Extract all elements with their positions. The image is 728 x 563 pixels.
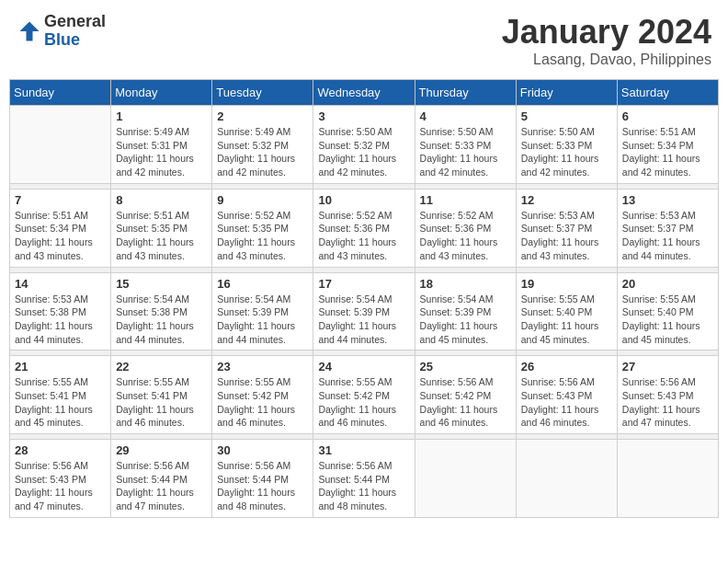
day-info: Sunrise: 5:51 AMSunset: 5:34 PMDaylight:… xyxy=(622,125,713,179)
day-info: Sunrise: 5:56 AMSunset: 5:44 PMDaylight:… xyxy=(217,459,308,513)
day-number: 18 xyxy=(420,277,511,291)
day-info: Sunrise: 5:54 AMSunset: 5:38 PMDaylight:… xyxy=(116,293,207,347)
day-number: 13 xyxy=(622,193,713,207)
day-number: 7 xyxy=(15,193,106,207)
header-friday: Friday xyxy=(516,80,617,106)
table-row: 9 Sunrise: 5:52 AMSunset: 5:35 PMDayligh… xyxy=(212,189,313,267)
day-number: 22 xyxy=(116,360,207,373)
day-number: 24 xyxy=(318,360,409,373)
location: Lasang, Davao, Philippines xyxy=(502,52,711,68)
day-info: Sunrise: 5:53 AMSunset: 5:37 PMDaylight:… xyxy=(622,209,713,263)
header-monday: Monday xyxy=(111,80,212,106)
day-number: 15 xyxy=(116,277,207,291)
table-row: 6 Sunrise: 5:51 AMSunset: 5:34 PMDayligh… xyxy=(617,106,718,184)
day-number: 14 xyxy=(15,277,106,291)
calendar-week-row: 21 Sunrise: 5:55 AMSunset: 5:41 PMDaylig… xyxy=(10,356,719,434)
table-row: 16 Sunrise: 5:54 AMSunset: 5:39 PMDaylig… xyxy=(212,272,313,350)
day-number: 11 xyxy=(420,193,511,207)
day-info: Sunrise: 5:52 AMSunset: 5:35 PMDaylight:… xyxy=(217,209,308,263)
day-number: 19 xyxy=(521,277,612,291)
header-saturday: Saturday xyxy=(617,80,718,106)
day-number: 30 xyxy=(217,443,308,457)
day-number: 17 xyxy=(318,277,409,291)
day-info: Sunrise: 5:54 AMSunset: 5:39 PMDaylight:… xyxy=(318,293,409,347)
header-sunday: Sunday xyxy=(10,80,111,106)
calendar-week-row: 28 Sunrise: 5:56 AMSunset: 5:43 PMDaylig… xyxy=(10,440,719,518)
header: General Blue January 2024 Lasang, Davao,… xyxy=(9,9,719,72)
table-row: 31 Sunrise: 5:56 AMSunset: 5:44 PMDaylig… xyxy=(313,440,415,518)
day-number: 23 xyxy=(217,360,308,373)
day-number: 9 xyxy=(217,193,308,207)
day-info: Sunrise: 5:56 AMSunset: 5:43 PMDaylight:… xyxy=(15,459,106,513)
day-number: 16 xyxy=(217,277,308,291)
calendar-table: Sunday Monday Tuesday Wednesday Thursday… xyxy=(9,79,719,518)
day-info: Sunrise: 5:55 AMSunset: 5:41 PMDaylight:… xyxy=(116,375,207,430)
day-info: Sunrise: 5:51 AMSunset: 5:34 PMDaylight:… xyxy=(15,209,106,263)
table-row: 14 Sunrise: 5:53 AMSunset: 5:38 PMDaylig… xyxy=(10,272,111,350)
header-wednesday: Wednesday xyxy=(313,80,415,106)
table-row: 30 Sunrise: 5:56 AMSunset: 5:44 PMDaylig… xyxy=(212,440,313,518)
table-row: 4 Sunrise: 5:50 AMSunset: 5:33 PMDayligh… xyxy=(415,106,516,184)
day-number: 28 xyxy=(15,443,106,457)
day-info: Sunrise: 5:50 AMSunset: 5:33 PMDaylight:… xyxy=(521,125,612,179)
day-number: 1 xyxy=(116,109,207,123)
day-number: 5 xyxy=(521,109,612,123)
day-number: 27 xyxy=(622,360,713,373)
table-row: 28 Sunrise: 5:56 AMSunset: 5:43 PMDaylig… xyxy=(10,440,111,518)
table-row: 5 Sunrise: 5:50 AMSunset: 5:33 PMDayligh… xyxy=(516,106,617,184)
day-number: 21 xyxy=(15,360,106,373)
calendar-week-row: 14 Sunrise: 5:53 AMSunset: 5:38 PMDaylig… xyxy=(10,272,719,350)
day-number: 25 xyxy=(420,360,511,373)
day-info: Sunrise: 5:55 AMSunset: 5:40 PMDaylight:… xyxy=(622,293,713,347)
table-row: 2 Sunrise: 5:49 AMSunset: 5:32 PMDayligh… xyxy=(212,106,313,184)
table-row: 27 Sunrise: 5:56 AMSunset: 5:43 PMDaylig… xyxy=(617,356,718,434)
table-row: 13 Sunrise: 5:53 AMSunset: 5:37 PMDaylig… xyxy=(617,189,718,267)
day-number: 12 xyxy=(521,193,612,207)
day-info: Sunrise: 5:55 AMSunset: 5:42 PMDaylight:… xyxy=(318,375,409,430)
calendar-header-row: Sunday Monday Tuesday Wednesday Thursday… xyxy=(10,80,719,106)
logo-text: General Blue xyxy=(44,13,106,50)
day-number: 4 xyxy=(420,109,511,123)
day-info: Sunrise: 5:56 AMSunset: 5:43 PMDaylight:… xyxy=(521,375,612,430)
day-info: Sunrise: 5:56 AMSunset: 5:43 PMDaylight:… xyxy=(622,375,713,430)
day-info: Sunrise: 5:56 AMSunset: 5:42 PMDaylight:… xyxy=(420,375,511,430)
table-row: 7 Sunrise: 5:51 AMSunset: 5:34 PMDayligh… xyxy=(10,189,111,267)
day-info: Sunrise: 5:54 AMSunset: 5:39 PMDaylight:… xyxy=(420,293,511,347)
logo: General Blue xyxy=(17,13,106,50)
day-number: 31 xyxy=(318,443,409,457)
day-number: 29 xyxy=(116,443,207,457)
day-info: Sunrise: 5:52 AMSunset: 5:36 PMDaylight:… xyxy=(318,209,409,263)
table-row: 24 Sunrise: 5:55 AMSunset: 5:42 PMDaylig… xyxy=(313,356,415,434)
table-row: 21 Sunrise: 5:55 AMSunset: 5:41 PMDaylig… xyxy=(10,356,111,434)
day-info: Sunrise: 5:49 AMSunset: 5:32 PMDaylight:… xyxy=(217,125,308,179)
day-number: 2 xyxy=(217,109,308,123)
table-row: 10 Sunrise: 5:52 AMSunset: 5:36 PMDaylig… xyxy=(313,189,415,267)
day-info: Sunrise: 5:49 AMSunset: 5:31 PMDaylight:… xyxy=(116,125,207,179)
header-thursday: Thursday xyxy=(415,80,516,106)
table-row: 3 Sunrise: 5:50 AMSunset: 5:32 PMDayligh… xyxy=(313,106,415,184)
day-info: Sunrise: 5:55 AMSunset: 5:40 PMDaylight:… xyxy=(521,293,612,347)
day-info: Sunrise: 5:55 AMSunset: 5:42 PMDaylight:… xyxy=(217,375,308,430)
day-info: Sunrise: 5:52 AMSunset: 5:36 PMDaylight:… xyxy=(420,209,511,263)
table-row: 19 Sunrise: 5:55 AMSunset: 5:40 PMDaylig… xyxy=(516,272,617,350)
logo-blue: Blue xyxy=(44,31,106,50)
day-info: Sunrise: 5:53 AMSunset: 5:37 PMDaylight:… xyxy=(521,209,612,263)
table-row: 15 Sunrise: 5:54 AMSunset: 5:38 PMDaylig… xyxy=(111,272,212,350)
day-number: 8 xyxy=(116,193,207,207)
table-row: 29 Sunrise: 5:56 AMSunset: 5:44 PMDaylig… xyxy=(111,440,212,518)
svg-marker-0 xyxy=(20,21,40,40)
table-row xyxy=(10,106,111,184)
header-tuesday: Tuesday xyxy=(212,80,313,106)
day-info: Sunrise: 5:54 AMSunset: 5:39 PMDaylight:… xyxy=(217,293,308,347)
table-row: 22 Sunrise: 5:55 AMSunset: 5:41 PMDaylig… xyxy=(111,356,212,434)
logo-icon xyxy=(17,18,42,44)
day-info: Sunrise: 5:51 AMSunset: 5:35 PMDaylight:… xyxy=(116,209,207,263)
calendar-week-row: 1 Sunrise: 5:49 AMSunset: 5:31 PMDayligh… xyxy=(10,106,719,184)
table-row: 23 Sunrise: 5:55 AMSunset: 5:42 PMDaylig… xyxy=(212,356,313,434)
day-info: Sunrise: 5:56 AMSunset: 5:44 PMDaylight:… xyxy=(116,459,207,513)
day-number: 3 xyxy=(318,109,409,123)
day-number: 26 xyxy=(521,360,612,373)
table-row: 17 Sunrise: 5:54 AMSunset: 5:39 PMDaylig… xyxy=(313,272,415,350)
table-row: 11 Sunrise: 5:52 AMSunset: 5:36 PMDaylig… xyxy=(415,189,516,267)
table-row xyxy=(415,440,516,518)
